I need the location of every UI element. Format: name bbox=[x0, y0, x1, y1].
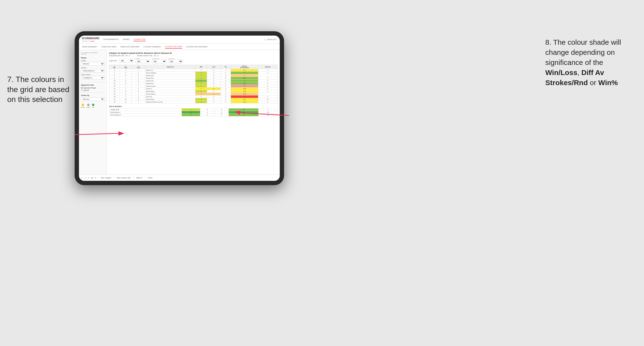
region-filter-select[interactable]: (All) bbox=[136, 60, 150, 63]
watch-btn[interactable]: Watch ▾ bbox=[135, 176, 144, 179]
out-of-division-label: Out of division bbox=[109, 105, 277, 108]
table-row: 16 9 1 Jessica Mason 1 2 0 -0.94 bbox=[109, 93, 277, 95]
cell-win: 2 bbox=[195, 101, 207, 103]
copy-btn[interactable]: ⊞ bbox=[91, 177, 93, 179]
cell-rounds: 4 bbox=[258, 90, 277, 93]
ood-cell-rounds: 10 bbox=[258, 114, 277, 116]
opponents-filter-select[interactable]: (All) bbox=[119, 59, 134, 62]
cell-diff: 0.38 bbox=[231, 88, 258, 90]
cell-rounds: 4 bbox=[258, 80, 277, 82]
sub-nav-player-h2h-grid[interactable]: PLAYER H2H GRID bbox=[165, 45, 182, 49]
cell-win: 1 bbox=[195, 93, 207, 95]
division-select[interactable]: NCAA Division III bbox=[81, 69, 104, 73]
sidebar-divider-1 bbox=[81, 82, 104, 82]
grid-records: Overall Record: 353 - 34 - 6 Division Re… bbox=[109, 55, 277, 56]
cell-reg: 8 bbox=[120, 90, 132, 93]
cell-div: 6 bbox=[109, 74, 120, 77]
cell-conf: 2 bbox=[132, 72, 145, 74]
conference-filter-select[interactable]: (All) bbox=[152, 60, 166, 63]
sub-nav-player-h2h-heatmap[interactable]: PLAYER H2H HEATMAP bbox=[186, 45, 208, 48]
cell-diff: 4 bbox=[231, 72, 258, 74]
ood-cell-tie: 0 bbox=[214, 111, 228, 114]
sub-nav-team-summary[interactable]: TEAM SUMMARY bbox=[82, 45, 98, 48]
cell-div: 18 bbox=[109, 95, 120, 98]
nav-tournaments[interactable]: TOURNAMENTS bbox=[103, 38, 119, 41]
col-diff: Diff AvStrokes/Rnd bbox=[231, 65, 258, 69]
toolbar: ↩ ↪ ↩ ⊞ ↻ View: Original Save Custom Vie… bbox=[79, 174, 280, 181]
cell-loss: 0 bbox=[207, 74, 221, 77]
opponent-filter-select[interactable]: (All) bbox=[168, 60, 183, 63]
opponent-view-title: Opponent view bbox=[81, 84, 104, 86]
share-btn[interactable]: Share bbox=[147, 176, 154, 179]
cell-win: 2 bbox=[195, 80, 207, 82]
cell-div: 19 bbox=[109, 98, 120, 101]
ood-table-row: Foreign Team 1 0 0 4.5 2 bbox=[109, 108, 277, 111]
ood-cell-opponent: NAIA Division 1 bbox=[109, 111, 182, 114]
last-updated: Last Updated: 27/03/2024 16:55:38 bbox=[81, 52, 104, 55]
sub-nav-player-summary[interactable]: PLAYER SUMMARY bbox=[144, 45, 161, 48]
cell-loss: 0 bbox=[207, 95, 221, 98]
cell-rounds: 9 bbox=[258, 88, 277, 90]
nav-teams[interactable]: TEAMS bbox=[122, 38, 130, 41]
table-row: 13 7 1 Jessica Huang 1 0 0 -3 2 bbox=[109, 85, 277, 88]
gender-select[interactable]: Women's bbox=[81, 62, 104, 66]
ood-cell-win: 1 bbox=[182, 108, 200, 111]
cell-loss: 0 bbox=[207, 72, 221, 74]
cell-tie: 0 bbox=[220, 80, 231, 82]
colour-by-select[interactable]: Win/Loss bbox=[81, 97, 104, 101]
nav-committee[interactable]: COMMITTEE bbox=[133, 38, 146, 41]
cell-rounds: 2 bbox=[258, 85, 277, 88]
cell-tie: 0 bbox=[220, 82, 231, 85]
cell-div: 14 bbox=[109, 88, 120, 90]
redo-btn[interactable]: ↩ bbox=[88, 177, 90, 179]
top100-radio[interactable]: Top 100 bbox=[81, 89, 104, 91]
nav-right: | Sign out bbox=[264, 38, 277, 41]
save-custom-btn[interactable]: Save Custom View bbox=[115, 176, 132, 179]
player-rank-select[interactable]: 8. Katelyn Vo bbox=[81, 76, 104, 80]
table-row: 11 6 1 Heejo Hyun 1 0 0 3.33 3 bbox=[109, 82, 277, 85]
division-record: Division Record: 331 - 34 - 6 bbox=[137, 55, 158, 56]
cell-opponent: Stella Cheng bbox=[145, 90, 196, 93]
cell-diff: -1 bbox=[231, 74, 258, 77]
refresh-btn[interactable]: ↻ bbox=[94, 177, 96, 179]
sub-nav-team-h2h-grid[interactable]: TEAM H2H GRID bbox=[101, 45, 116, 48]
cell-opponent: Andrea York bbox=[145, 80, 196, 82]
sidebar-divider-2 bbox=[81, 93, 104, 93]
sub-nav-team-h2h-heatmap[interactable]: TEAM H2H HEATMAP bbox=[120, 45, 140, 48]
opponents-played-radio-dot bbox=[81, 87, 82, 89]
cell-diff: -5 bbox=[231, 95, 258, 98]
cell-tie: 0 bbox=[220, 88, 231, 90]
ood-cell-tie: 0 bbox=[214, 114, 228, 116]
cell-tie: 0 bbox=[220, 85, 231, 88]
cell-opponent: Eunice Yi bbox=[145, 88, 196, 90]
sidebar: Last Updated: 27/03/2024 16:55:38 Player… bbox=[79, 50, 107, 174]
cell-conf: 4 bbox=[132, 77, 145, 80]
cell-diff: 1.33 bbox=[231, 101, 258, 103]
cell-rounds: 3 bbox=[258, 77, 277, 80]
redo-step-back-btn[interactable]: ↪ bbox=[84, 177, 86, 179]
cell-div: 11 bbox=[109, 82, 120, 85]
main-content: Last Updated: 27/03/2024 16:55:38 Player… bbox=[79, 50, 280, 174]
ood-cell-rounds: 2 bbox=[258, 108, 277, 111]
filter-group-opponents: (All) bbox=[119, 59, 134, 62]
cell-rounds: 11 bbox=[258, 98, 277, 101]
cell-conf: 7 bbox=[132, 101, 145, 103]
cell-conf: 1 bbox=[132, 85, 145, 88]
cell-reg: 1 bbox=[120, 77, 132, 80]
nav-sign-out[interactable]: Sign out bbox=[267, 38, 277, 41]
annotation-left: 7. The colours in the grid are based on … bbox=[7, 75, 72, 105]
cell-loss: 0 bbox=[207, 80, 221, 82]
view-original-btn[interactable]: View: Original bbox=[100, 176, 112, 179]
undo-btn[interactable]: ↩ bbox=[81, 177, 83, 179]
table-row: 3 1 1 Esther Lee 1 0 1 1.5 4 bbox=[109, 69, 277, 72]
cell-loss: 0 bbox=[207, 85, 221, 88]
grid-title: Katelyn Vo Head-to-Head Grid for Women's… bbox=[109, 52, 277, 54]
cell-win: 1 bbox=[195, 72, 207, 74]
col-loss: Loss bbox=[207, 65, 221, 69]
grid-area: Katelyn Vo Head-to-Head Grid for Women's… bbox=[107, 50, 280, 174]
table-row: 5 2 2 Alexis Sudijanto 1 0 0 4 3 bbox=[109, 72, 277, 74]
cell-win: 1 bbox=[195, 74, 207, 77]
opponents-played-radio[interactable]: Opponents Played bbox=[81, 87, 104, 89]
cell-div: 16 bbox=[109, 93, 120, 95]
cell-loss: 0 bbox=[207, 69, 221, 72]
